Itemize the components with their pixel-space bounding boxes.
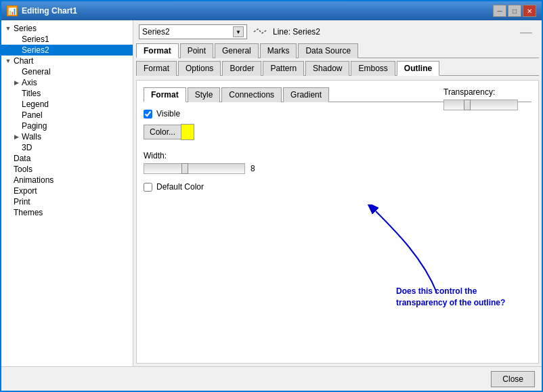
minimize-button[interactable]: ─ xyxy=(493,5,506,17)
inner-tab-style[interactable]: Style xyxy=(188,87,221,102)
sidebar-item-panel[interactable]: Panel xyxy=(1,110,133,121)
tab-point[interactable]: Point xyxy=(180,43,213,58)
width-section: Width: 8 xyxy=(144,151,531,174)
maximize-button[interactable]: □ xyxy=(508,5,521,17)
tab-format[interactable]: Format xyxy=(136,43,179,58)
line-series-icon xyxy=(253,28,269,36)
sub-tab-border[interactable]: Border xyxy=(222,61,261,76)
sidebar-item-animations[interactable]: Animations xyxy=(1,175,133,186)
sidebar-item-label: Data xyxy=(14,154,30,163)
expander-placeholder xyxy=(12,122,20,130)
sidebar-item-label: Axis xyxy=(22,78,37,87)
annotation: Does this control the transparency of th… xyxy=(396,286,518,309)
expander-placeholder xyxy=(12,35,20,43)
inner-tab-gradient[interactable]: Gradient xyxy=(283,87,329,102)
main-content: Series2 ▼ Line: Series2 — Format Point G… xyxy=(133,20,542,366)
title-bar-left: 📊 Editing Chart1 xyxy=(7,5,77,16)
expander-placeholder xyxy=(4,198,12,206)
sidebar-item-walls[interactable]: ▶ Walls xyxy=(1,131,133,142)
sidebar-item-legend[interactable]: Legend xyxy=(1,99,133,110)
width-slider-row: 8 xyxy=(144,163,531,174)
sidebar-item-themes[interactable]: Themes xyxy=(1,207,133,218)
expander-icon: ▼ xyxy=(4,57,12,65)
expander-placeholder xyxy=(12,111,20,119)
sidebar: ▼ Series Series1 Series2 ▼ Chart General xyxy=(1,20,133,366)
expander-placeholder xyxy=(12,89,20,97)
width-label: Width: xyxy=(144,151,531,160)
sidebar-item-series[interactable]: ▼ Series xyxy=(1,23,133,34)
sub-tabs: Format Options Border Pattern Shadow Emb… xyxy=(136,61,539,76)
sub-tab-outline[interactable]: Outline xyxy=(397,61,439,76)
title-buttons: ─ □ ✕ xyxy=(493,5,536,17)
sidebar-item-label: Titles xyxy=(22,89,41,98)
sidebar-item-series2[interactable]: Series2 xyxy=(1,45,133,56)
sidebar-item-tools[interactable]: Tools xyxy=(1,164,133,175)
sidebar-item-print[interactable]: Print xyxy=(1,196,133,207)
default-color-row: Default Color xyxy=(144,182,531,192)
color-button-group: Color... xyxy=(144,124,531,140)
default-color-checkbox[interactable] xyxy=(144,183,152,192)
sidebar-item-label: Chart xyxy=(14,56,33,66)
title-bar: 📊 Editing Chart1 ─ □ ✕ xyxy=(1,1,542,20)
width-slider[interactable] xyxy=(144,163,245,174)
annotation-arrow xyxy=(355,204,457,299)
sidebar-item-chart[interactable]: ▼ Chart xyxy=(1,56,133,66)
sub-tab-emboss[interactable]: Emboss xyxy=(351,61,395,76)
tab-data-source[interactable]: Data Source xyxy=(298,43,358,58)
series-info: Line: Series2 xyxy=(253,27,320,37)
series-bar: Series2 ▼ Line: Series2 — xyxy=(136,23,539,41)
transparency-slider-container xyxy=(443,100,518,112)
sub-tab-options[interactable]: Options xyxy=(178,61,221,76)
transparency-slider[interactable] xyxy=(443,100,518,110)
window-body: ▼ Series Series1 Series2 ▼ Chart General xyxy=(1,20,542,366)
visible-checkbox[interactable] xyxy=(144,110,152,118)
sidebar-item-label: Export xyxy=(14,186,37,196)
default-color-label[interactable]: Default Color xyxy=(156,182,204,192)
sidebar-item-label: Panel xyxy=(22,110,43,120)
sidebar-item-3d[interactable]: 3D xyxy=(1,142,133,153)
series-type-label: Line: Series2 xyxy=(273,27,320,37)
sidebar-item-titles[interactable]: Titles xyxy=(1,88,133,99)
app-icon: 📊 xyxy=(7,5,18,16)
sidebar-item-series1[interactable]: Series1 xyxy=(1,34,133,45)
sub-tab-shadow[interactable]: Shadow xyxy=(305,61,349,76)
sidebar-item-label: Animations xyxy=(14,175,53,185)
color-button[interactable]: Color... xyxy=(144,125,181,139)
expander-icon: ▶ xyxy=(12,133,20,141)
tab-general[interactable]: General xyxy=(215,43,259,58)
sidebar-item-general[interactable]: General xyxy=(1,66,133,77)
tab-marks[interactable]: Marks xyxy=(260,43,297,58)
sidebar-item-label: Print xyxy=(14,197,30,206)
sub-tab-pattern[interactable]: Pattern xyxy=(263,61,304,76)
bottom-bar: Close xyxy=(1,366,542,391)
expander-placeholder xyxy=(4,187,12,195)
expander-placeholder xyxy=(4,154,12,162)
color-swatch[interactable] xyxy=(181,124,194,140)
sidebar-item-label: Tools xyxy=(14,165,32,174)
sidebar-item-label: Themes xyxy=(14,208,43,217)
dropdown-arrow-icon: ▼ xyxy=(233,26,244,37)
sidebar-item-data[interactable]: Data xyxy=(1,153,133,164)
sidebar-item-label: Series xyxy=(14,24,37,33)
window-title: Editing Chart1 xyxy=(22,6,77,16)
minimize-panel-icon[interactable]: — xyxy=(520,25,532,39)
inner-tab-format[interactable]: Format xyxy=(144,87,186,102)
sidebar-item-export[interactable]: Export xyxy=(1,186,133,196)
sidebar-item-paging[interactable]: Paging xyxy=(1,121,133,131)
sidebar-item-label: Series2 xyxy=(22,45,49,55)
expander-placeholder xyxy=(12,144,20,152)
sub-tab-format[interactable]: Format xyxy=(136,61,177,76)
close-button[interactable]: Close xyxy=(491,371,535,387)
inner-tab-connections[interactable]: Connections xyxy=(221,87,282,102)
top-tabs: Format Point General Marks Data Source xyxy=(136,43,539,58)
expander-placeholder xyxy=(4,165,12,173)
sidebar-item-label: Legend xyxy=(22,100,49,109)
visible-label[interactable]: Visible xyxy=(156,109,180,118)
window-close-button[interactable]: ✕ xyxy=(523,5,536,17)
sidebar-item-axis[interactable]: ▶ Axis xyxy=(1,77,133,88)
sidebar-item-label: General xyxy=(22,67,51,77)
series-dropdown[interactable]: Series2 ▼ xyxy=(139,24,247,39)
sidebar-item-label: Series1 xyxy=(22,35,49,44)
expander-icon: ▶ xyxy=(12,79,20,87)
expander-placeholder xyxy=(12,46,20,54)
